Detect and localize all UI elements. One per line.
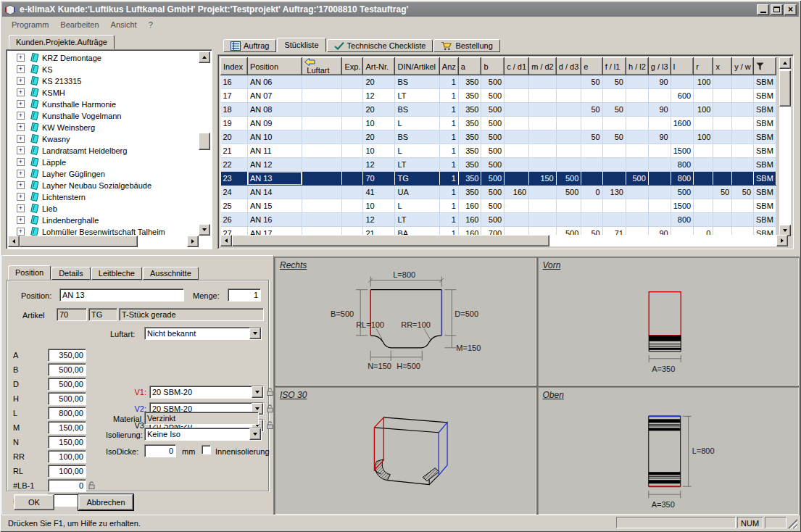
menge-input[interactable]: 1 — [228, 288, 261, 302]
expand-plus-icon[interactable]: + — [17, 88, 25, 96]
dim-input-rl[interactable]: 100,00 — [48, 465, 86, 478]
scroll-left-button[interactable] — [220, 235, 232, 246]
v-combobox-v1[interactable]: 20 SBM-20 — [149, 386, 264, 399]
tab-auftrag[interactable]: Auftrag — [223, 39, 276, 52]
form-tab-position[interactable]: Position — [8, 265, 51, 280]
form-tab-ausschnitte[interactable]: Ausschnitte — [143, 267, 199, 280]
tab-bestellung[interactable]: Bestellung — [433, 39, 499, 52]
form-tab-leitbleche[interactable]: Leitbleche — [91, 267, 142, 280]
luftart-combobox[interactable]: Nicht bekannt — [144, 327, 262, 340]
parts-list-table[interactable]: IndexPositionLuftartExp.Art-Nr.DIN/Artik… — [220, 57, 776, 236]
column-header-Position[interactable]: Position — [247, 58, 302, 75]
dim-input-h[interactable]: 500,00 — [48, 392, 86, 405]
scrollbar-thumb[interactable] — [20, 236, 138, 247]
tree-item[interactable]: +Kunsthalle Vogelmann — [8, 109, 199, 121]
dim-input-a[interactable]: 350,00 — [48, 349, 86, 362]
tree-item[interactable]: +Läpple — [8, 156, 199, 167]
table-row-an-15[interactable]: 25AN 1510L11605001500SBM — [221, 199, 776, 213]
menu-item-programm[interactable]: Programm — [6, 19, 54, 30]
dim-input-b[interactable]: 500,00 — [48, 363, 86, 376]
column-header-l[interactable]: l — [671, 58, 693, 75]
dim-input-rr[interactable]: 100,00 — [48, 450, 86, 463]
scrollbar-thumb[interactable] — [779, 70, 791, 107]
tab-technische-checkliste[interactable]: Technische Checkliste — [327, 39, 433, 52]
menu-item-ansicht[interactable]: Ansicht — [105, 19, 143, 30]
expand-plus-icon[interactable]: + — [17, 193, 25, 201]
column-header-a[interactable]: a — [458, 58, 481, 75]
expand-plus-icon[interactable]: + — [17, 228, 25, 236]
isolierung-combobox[interactable]: Keine Iso — [144, 428, 262, 441]
tree-item[interactable]: +Kwasny — [8, 133, 199, 144]
tree-item[interactable]: +Layher Güglingen — [8, 167, 199, 179]
column-header-x[interactable]: x — [713, 58, 732, 75]
menu-item-bearbeiten[interactable]: Bearbeiten — [54, 19, 104, 30]
scroll-down-button[interactable] — [199, 224, 210, 236]
column-header-Index[interactable]: Index — [221, 58, 248, 75]
table-horizontal-scrollbar[interactable] — [220, 235, 788, 246]
resize-grip[interactable] — [788, 519, 797, 528]
expand-plus-icon[interactable]: + — [17, 77, 25, 85]
dim-input-m[interactable]: 150,00 — [48, 421, 86, 434]
dim-input-d[interactable]: 500,00 — [48, 378, 86, 391]
column-header-m / d2[interactable]: m / d2 — [529, 58, 557, 75]
scroll-right-button[interactable] — [776, 235, 788, 246]
scrollbar-thumb[interactable] — [199, 133, 210, 150]
column-header-Anz[interactable]: Anz — [439, 58, 458, 75]
scroll-left-button[interactable] — [8, 236, 20, 247]
table-vertical-scrollbar[interactable] — [779, 57, 791, 236]
column-header-filter[interactable] — [754, 58, 776, 75]
form-tab-details[interactable]: Details — [51, 267, 91, 280]
table-row-an-11[interactable]: 21AN 1110L13505001500SBM — [221, 144, 776, 158]
table-row-an-13[interactable]: 23AN 1370TG1350500150500500800SBM — [221, 172, 776, 186]
column-header-e[interactable]: e — [581, 58, 602, 75]
position-input[interactable]: AN 13 — [59, 288, 184, 302]
tree-item[interactable]: +Layher Neubau Sozialgebäude — [8, 179, 199, 191]
tree-item[interactable]: +KS 213315 — [8, 75, 199, 86]
expand-plus-icon[interactable]: + — [17, 170, 25, 178]
column-header-Exp.[interactable]: Exp. — [342, 58, 363, 75]
column-header-b[interactable]: b — [481, 58, 505, 75]
table-row-an-08[interactable]: 18AN 0820BS1350500505090100SBM — [221, 103, 776, 117]
column-header-f / l1[interactable]: f / l1 — [602, 58, 626, 75]
menu-item-?[interactable]: ? — [143, 19, 159, 30]
expand-plus-icon[interactable]: + — [17, 112, 25, 120]
isodicke-input[interactable]: 0 — [144, 444, 176, 457]
table-row-an-10[interactable]: 20AN 1020BS1350500505090100SBM — [221, 130, 776, 144]
scrollbar-thumb[interactable] — [232, 235, 549, 246]
column-header-Luftart[interactable]: Luftart — [302, 58, 342, 75]
tree-item[interactable]: +Kunsthalle Harmonie — [8, 98, 199, 109]
tree-item[interactable]: +KSMH — [8, 86, 199, 98]
column-header-r[interactable]: r — [694, 58, 713, 75]
ok-button[interactable]: OK — [14, 494, 54, 510]
expand-plus-icon[interactable]: + — [17, 216, 25, 224]
expand-plus-icon[interactable]: + — [17, 123, 25, 131]
tree-item[interactable]: +KW Weinsberg — [8, 121, 199, 133]
tree-horizontal-scrollbar[interactable] — [8, 236, 199, 247]
column-header-DIN/Artikel[interactable]: DIN/Artikel — [395, 58, 439, 75]
dim-input-l[interactable]: 800,00 — [48, 407, 86, 420]
tree-item[interactable]: +Lindenberghalle — [8, 214, 199, 225]
column-header-g / l3[interactable]: g / l3 — [648, 58, 671, 75]
dim-input-lb-1[interactable]: 0 — [48, 479, 86, 492]
tree-item[interactable]: +KRZ Demontage — [8, 51, 199, 63]
column-header-Art-Nr.[interactable]: Art-Nr. — [363, 58, 395, 75]
tree-item[interactable]: +KS — [8, 63, 199, 75]
scroll-up-button[interactable] — [199, 51, 210, 63]
tree-item[interactable]: +Landratsamt Heidelberg — [8, 144, 199, 156]
column-header-h / l2[interactable]: h / l2 — [626, 58, 648, 75]
tab-stückliste[interactable]: Stückliste — [277, 38, 325, 52]
column-header-y / w[interactable]: y / w — [732, 58, 754, 75]
table-row-an-14[interactable]: 24AN 1441UA135050016050001305005050SBM — [221, 186, 776, 199]
expand-plus-icon[interactable]: + — [17, 54, 25, 62]
column-header-d / d3[interactable]: d / d3 — [556, 58, 581, 75]
scroll-right-button[interactable] — [187, 236, 199, 247]
innenisolierung-checkbox[interactable] — [202, 445, 211, 454]
expand-plus-icon[interactable]: + — [17, 146, 25, 154]
tree-vertical-scrollbar[interactable] — [199, 51, 210, 236]
expand-plus-icon[interactable]: + — [17, 65, 25, 73]
table-row-an-06[interactable]: 16AN 0620BS1350500505090100SBM — [221, 75, 776, 89]
chevron-down-icon[interactable] — [249, 428, 261, 440]
chevron-down-icon[interactable] — [252, 386, 263, 398]
minimize-button[interactable] — [757, 4, 769, 15]
cancel-button[interactable]: Abbrechen — [78, 494, 133, 510]
